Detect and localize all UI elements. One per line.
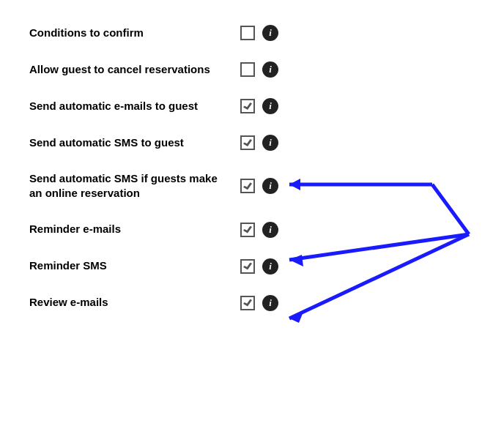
checkbox-review-emails[interactable] <box>240 296 255 310</box>
info-icon-reminder-sms[interactable]: i <box>262 258 278 275</box>
settings-list: Conditions to confirmiAllow guest to can… <box>0 0 308 336</box>
info-icon-send-auto-sms-online[interactable]: i <box>262 178 278 194</box>
info-icon-allow-guest-cancel[interactable]: i <box>262 61 278 78</box>
info-icon-review-emails[interactable]: i <box>262 295 278 311</box>
setting-controls-send-auto-sms: i <box>240 135 278 151</box>
setting-label-reminder-emails: Reminder e-mails <box>29 222 240 236</box>
setting-controls-send-auto-emails: i <box>240 98 278 114</box>
checkbox-reminder-emails[interactable] <box>240 223 255 237</box>
checkbox-conditions-confirm[interactable] <box>240 26 255 40</box>
setting-label-send-auto-emails: Send automatic e-mails to guest <box>29 99 240 113</box>
setting-label-send-auto-sms: Send automatic SMS to guest <box>29 135 240 150</box>
svg-line-5 <box>289 234 469 318</box>
setting-row-allow-guest-cancel: Allow guest to cancel reservationsi <box>29 51 278 88</box>
setting-row-reminder-sms: Reminder SMSi <box>29 248 278 285</box>
checkbox-allow-guest-cancel[interactable] <box>240 62 255 77</box>
checkbox-send-auto-sms-online[interactable] <box>240 179 255 193</box>
setting-controls-send-auto-sms-online: i <box>240 178 278 194</box>
svg-line-2 <box>289 234 469 260</box>
setting-label-reminder-sms: Reminder SMS <box>29 258 240 273</box>
setting-row-send-auto-sms: Send automatic SMS to guesti <box>29 124 278 161</box>
info-icon-reminder-emails[interactable]: i <box>262 222 278 238</box>
checkbox-send-auto-emails[interactable] <box>240 99 255 113</box>
setting-controls-reminder-emails: i <box>240 222 278 238</box>
svg-line-4 <box>432 184 469 234</box>
checkbox-reminder-sms[interactable] <box>240 259 255 274</box>
info-icon-conditions-confirm[interactable]: i <box>262 25 278 41</box>
setting-controls-reminder-sms: i <box>240 258 278 275</box>
setting-label-allow-guest-cancel: Allow guest to cancel reservations <box>29 62 240 77</box>
setting-label-conditions-confirm: Conditions to confirm <box>29 26 240 40</box>
setting-row-conditions-confirm: Conditions to confirmi <box>29 15 278 51</box>
info-icon-send-auto-sms[interactable]: i <box>262 135 278 151</box>
setting-controls-allow-guest-cancel: i <box>240 61 278 78</box>
setting-label-review-emails: Review e-mails <box>29 295 240 310</box>
setting-row-send-auto-sms-online: Send automatic SMS if guests make an onl… <box>29 161 278 212</box>
setting-controls-conditions-confirm: i <box>240 25 278 41</box>
setting-row-review-emails: Review e-mailsi <box>29 285 278 321</box>
setting-row-send-auto-emails: Send automatic e-mails to guesti <box>29 88 278 124</box>
setting-row-reminder-emails: Reminder e-mailsi <box>29 212 278 248</box>
checkbox-send-auto-sms[interactable] <box>240 135 255 150</box>
setting-controls-review-emails: i <box>240 295 278 311</box>
info-icon-send-auto-emails[interactable]: i <box>262 98 278 114</box>
setting-label-send-auto-sms-online: Send automatic SMS if guests make an onl… <box>29 171 240 201</box>
